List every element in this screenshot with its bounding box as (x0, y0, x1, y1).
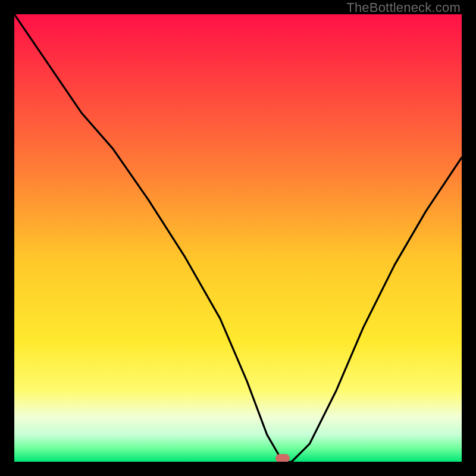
optimal-marker (275, 454, 290, 462)
watermark-text: TheBottleneck.com (346, 0, 461, 15)
bottleneck-curve (14, 14, 462, 462)
plot-area (14, 14, 462, 462)
chart-canvas: TheBottleneck.com (0, 0, 476, 476)
